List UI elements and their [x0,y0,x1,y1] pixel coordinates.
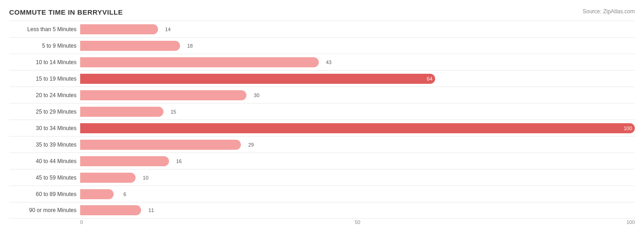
bar-label: 10 to 14 Minutes [9,59,80,65]
bar-track: 16 [80,156,635,166]
header-row: COMMUTE TIME IN BERRYVILLE Source: ZipAt… [9,8,635,16]
bar-track: 64 [80,74,635,84]
bar-row: 60 to 89 Minutes6 [9,185,635,202]
x-axis-container: 050100 [80,219,635,229]
bar-row: 30 to 34 Minutes100 [9,120,635,136]
bar-row: 35 to 39 Minutes29 [9,136,635,153]
bar-row: 5 to 9 Minutes18 [9,37,635,54]
bar-row: 40 to 44 Minutes16 [9,153,635,169]
bar-label: 15 to 19 Minutes [9,76,80,82]
bar-row: 25 to 29 Minutes15 [9,103,635,120]
bar-label: 60 to 89 Minutes [9,191,80,197]
bar-track: 14 [80,24,635,34]
bar-label: 5 to 9 Minutes [9,43,80,49]
bar-label: 20 to 24 Minutes [9,92,80,98]
bar-label: 90 or more Minutes [9,207,80,213]
bar-row: 45 to 59 Minutes10 [9,169,635,185]
bar-fill: 100 [80,123,635,133]
bar-track: 6 [80,189,635,199]
chart-container: COMMUTE TIME IN BERRYVILLE Source: ZipAt… [0,0,644,240]
bar-value-label: 11 [148,207,154,213]
bar-value-label: 43 [326,60,331,65]
bar-value-label: 14 [165,27,170,32]
bar-value-label: 16 [176,158,182,164]
bar-fill: 30 [80,90,246,100]
bar-label: 35 to 39 Minutes [9,142,80,148]
bar-fill: 6 [80,189,114,199]
x-axis-tick: 0 [80,219,83,225]
bar-track: 11 [80,205,635,215]
bar-track: 100 [80,123,635,133]
bar-label: 25 to 29 Minutes [9,109,80,115]
bar-value-label: 15 [170,109,176,115]
bar-value-label: 18 [187,43,193,49]
bar-fill: 10 [80,173,136,183]
x-axis-tick: 50 [355,219,360,225]
bar-fill: 64 [80,74,435,84]
bar-track: 29 [80,140,635,150]
bar-fill: 11 [80,205,141,215]
bar-fill: 43 [80,57,319,67]
bar-track: 10 [80,173,635,183]
bar-row: 90 or more Minutes11 [9,202,635,218]
bar-value-label: 30 [254,93,259,98]
bar-fill: 14 [80,24,158,34]
chart-source: Source: ZipAtlas.com [583,8,635,15]
bar-label: 40 to 44 Minutes [9,158,80,164]
bar-value-label: 10 [143,175,148,180]
bar-track: 43 [80,57,635,67]
bar-track: 15 [80,107,635,117]
bar-row: 15 to 19 Minutes64 [9,70,635,87]
bar-row: 20 to 24 Minutes30 [9,87,635,103]
bar-value-label: 29 [248,142,254,147]
bar-label: Less than 5 Minutes [9,26,80,33]
bar-fill: 29 [80,140,241,150]
bar-track: 30 [80,90,635,100]
bar-fill: 15 [80,107,164,117]
chart-area: Less than 5 Minutes145 to 9 Minutes1810 … [9,21,635,218]
bar-value-label: 6 [124,191,126,197]
bar-fill: 18 [80,41,180,51]
bar-track: 18 [80,41,635,51]
bar-label: 45 to 59 Minutes [9,175,80,181]
bar-value-label: 64 [427,76,432,82]
bar-row: Less than 5 Minutes14 [9,21,635,37]
chart-title: COMMUTE TIME IN BERRYVILLE [9,8,123,16]
bar-row: 10 to 14 Minutes43 [9,54,635,70]
bar-label: 30 to 34 Minutes [9,125,80,131]
x-axis-tick: 100 [627,219,635,225]
bar-fill: 16 [80,156,169,166]
bar-value-label: 100 [624,125,632,131]
